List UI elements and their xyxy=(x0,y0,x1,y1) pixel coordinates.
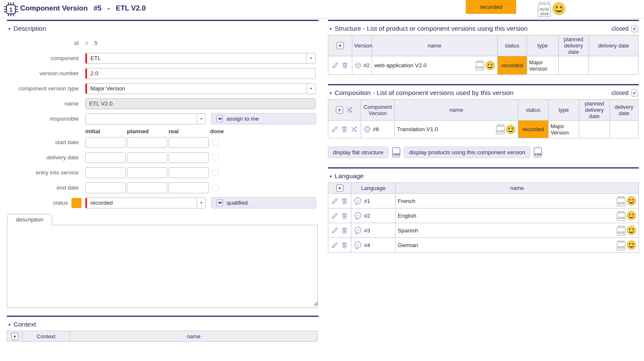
component-version-type-combobox: ▼ xyxy=(85,83,316,94)
delete-trash-icon[interactable] xyxy=(341,198,348,205)
delivery-date-cell xyxy=(610,121,638,138)
display-flat-structure-button[interactable]: display flat structure xyxy=(328,147,388,158)
delete-trash-icon[interactable] xyxy=(341,126,348,133)
calendar-icon: 01/22 xyxy=(475,60,484,71)
name-column-header: name xyxy=(395,100,518,121)
chevron-down-icon[interactable]: ▼ xyxy=(197,113,206,124)
add-composition-button[interactable]: + xyxy=(336,106,343,113)
initial-input[interactable] xyxy=(85,137,126,148)
language-column-header: Language xyxy=(351,183,396,194)
csv-export-icon[interactable]: csv xyxy=(534,148,542,157)
translate-bubble-icon xyxy=(354,241,362,249)
description-textarea[interactable] xyxy=(7,225,318,308)
type-cell: Major Version xyxy=(527,56,558,75)
status-row: status ▼ qualified xyxy=(7,197,319,208)
svg-text:01/22: 01/22 xyxy=(618,201,625,204)
composition-actions: display flat structure csv display produ… xyxy=(328,147,639,158)
svg-text:01/22: 01/22 xyxy=(540,7,549,11)
swap-shuffle-icon[interactable] xyxy=(351,126,358,133)
translate-bubble-icon xyxy=(354,227,362,235)
real-input[interactable] xyxy=(169,182,209,193)
edit-pencil-icon[interactable] xyxy=(331,212,338,219)
responsible-input[interactable] xyxy=(85,113,197,124)
delete-trash-icon[interactable] xyxy=(341,62,348,69)
assign-to-me-button[interactable]: assign to me xyxy=(211,113,316,124)
language-id: #3 xyxy=(364,227,370,234)
planned-input[interactable] xyxy=(127,137,167,148)
tab-description[interactable]: description xyxy=(7,214,52,225)
chevron-down-icon[interactable]: ▼ xyxy=(306,53,316,64)
description-form: id # 5 component ▼ version number compon… xyxy=(7,37,319,308)
collapse-caret-icon[interactable]: ▾ xyxy=(8,322,11,327)
type-cell: Major Version xyxy=(548,121,579,138)
section-title-language: Language xyxy=(335,172,364,180)
real-input[interactable] xyxy=(169,137,209,148)
initial-input[interactable] xyxy=(85,152,126,163)
edit-pencil-icon[interactable] xyxy=(332,62,339,69)
status-cell: recorded xyxy=(518,121,548,138)
initial-input[interactable] xyxy=(85,182,126,193)
status-color-swatch xyxy=(71,198,82,208)
status-input[interactable] xyxy=(85,198,197,208)
add-language-button[interactable]: + xyxy=(336,184,343,192)
collapse-caret-icon[interactable]: ▾ xyxy=(330,174,332,179)
planned-input[interactable] xyxy=(127,152,167,163)
column-planned: planned xyxy=(127,128,169,134)
resize-handle-icon[interactable] xyxy=(313,301,317,306)
page: Component Version #5 - ETL V2.0 recorded… xyxy=(0,0,644,361)
component-version-icon xyxy=(3,1,19,17)
add-structure-button[interactable]: + xyxy=(337,42,344,49)
edit-pencil-icon[interactable] xyxy=(331,242,338,249)
closed-checkbox[interactable]: ✔ xyxy=(631,90,638,97)
edit-pencil-icon[interactable] xyxy=(331,227,338,234)
version-number-input[interactable] xyxy=(85,68,316,79)
responsible-row: responsible ▼ assign to me xyxy=(7,113,319,124)
version-column-header: Version xyxy=(352,35,372,56)
chevron-down-icon[interactable]: ▼ xyxy=(197,198,206,208)
display-products-button[interactable]: display products using this component ve… xyxy=(404,147,530,158)
edit-pencil-icon[interactable] xyxy=(331,126,338,133)
done-checkbox[interactable] xyxy=(212,169,219,176)
collapse-caret-icon[interactable]: ▾ xyxy=(330,26,332,31)
delete-trash-icon[interactable] xyxy=(341,212,348,219)
planned-input[interactable] xyxy=(127,182,167,193)
done-checkbox[interactable] xyxy=(212,184,219,191)
closed-label: closed xyxy=(612,90,628,96)
svg-text:01/22: 01/22 xyxy=(618,231,625,234)
real-input[interactable] xyxy=(169,167,209,178)
name-row: name xyxy=(7,98,319,109)
csv-export-icon[interactable]: csv xyxy=(392,148,400,157)
version-number-row: version number xyxy=(7,68,319,79)
entry-into-service-row: entry into service xyxy=(7,167,319,178)
component-version-type-input[interactable] xyxy=(85,83,306,94)
top-bar: Component Version #5 - ETL V2.0 recorded… xyxy=(0,0,644,18)
delete-trash-icon[interactable] xyxy=(341,242,348,249)
planned-input[interactable] xyxy=(127,167,167,178)
planned-delivery-date-column-header: planned delivery date xyxy=(579,100,610,121)
initial-input[interactable] xyxy=(85,167,126,178)
real-input[interactable] xyxy=(169,152,209,163)
component-input[interactable] xyxy=(85,53,306,64)
id-label: id xyxy=(7,40,79,46)
delete-trash-icon[interactable] xyxy=(341,227,348,234)
status-column-header: status xyxy=(518,100,548,121)
structure-table: + Version name status type planned deliv… xyxy=(328,35,639,75)
edit-pencil-icon[interactable] xyxy=(331,198,338,205)
svg-text:01/22: 01/22 xyxy=(476,66,483,69)
done-checkbox[interactable] xyxy=(212,139,219,145)
closed-checkbox[interactable]: ✔ xyxy=(631,25,638,32)
status-column-header: status xyxy=(497,35,527,56)
collapse-caret-icon[interactable]: ▾ xyxy=(330,91,332,95)
swap-shuffle-icon[interactable] xyxy=(346,106,353,113)
collapse-caret-icon[interactable]: ▾ xyxy=(8,26,11,31)
responsible-label: responsible xyxy=(7,116,79,122)
table-row: #6 Translation V1.0 01/22 xyxy=(328,121,639,138)
qualified-button[interactable]: qualified xyxy=(211,197,316,208)
chevron-down-icon[interactable]: ▼ xyxy=(306,83,316,94)
done-checkbox[interactable] xyxy=(212,154,219,161)
section-title-composition: Composition - List of component versions… xyxy=(335,89,514,97)
section-divider xyxy=(7,20,319,21)
mood-smiley-icon xyxy=(506,124,516,134)
add-context-button[interactable]: + xyxy=(11,333,18,340)
calendar-icon: 01/22 xyxy=(617,196,626,206)
